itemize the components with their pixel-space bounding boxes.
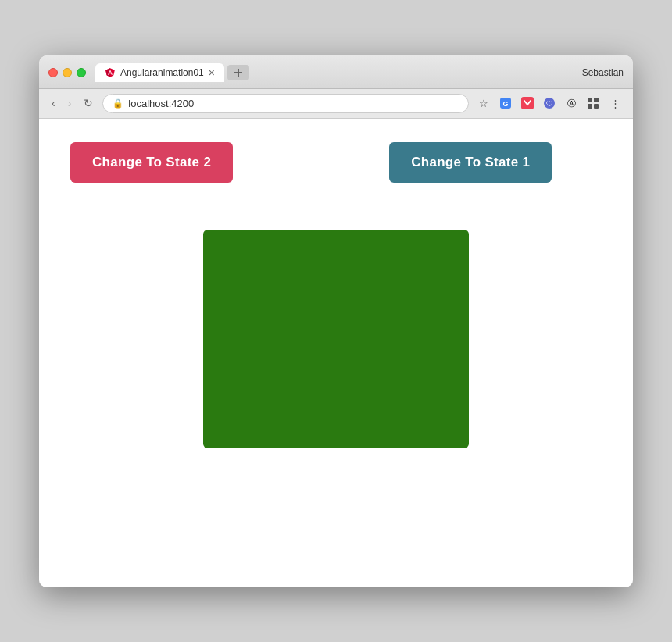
- change-to-state-1-button[interactable]: Change To State 1: [389, 142, 552, 183]
- change-to-state-2-button[interactable]: Change To State 2: [70, 142, 233, 183]
- new-tab-button[interactable]: [227, 65, 249, 80]
- buttons-row: Change To State 2 Change To State 1: [70, 142, 602, 183]
- tab-close-button[interactable]: ×: [209, 67, 215, 78]
- svg-rect-5: [234, 72, 242, 73]
- animated-box: [203, 230, 469, 448]
- svg-text:G: G: [502, 100, 508, 108]
- maximize-button[interactable]: [77, 68, 86, 77]
- browser-window: Angularanimation01 × Sebastian ‹ › ↻ 🔒 l…: [39, 55, 633, 587]
- toolbar-icons: ☆ G 🛡 Ⓐ: [475, 95, 624, 112]
- svg-rect-14: [588, 104, 592, 109]
- traffic-lights: [48, 68, 86, 77]
- close-button[interactable]: [48, 68, 58, 77]
- tab-title: Angularanimation01: [120, 67, 204, 78]
- lock-icon: 🔒: [113, 98, 123, 109]
- back-button[interactable]: ‹: [48, 95, 59, 111]
- minimize-button[interactable]: [63, 68, 72, 77]
- page-content: Change To State 2 Change To State 1: [39, 119, 633, 587]
- url-bar[interactable]: 🔒 localhost:4200: [102, 94, 469, 113]
- svg-rect-15: [594, 104, 599, 109]
- address-bar: ‹ › ↻ 🔒 localhost:4200 ☆ G: [39, 89, 633, 119]
- user-name: Sebastian: [582, 67, 624, 78]
- svg-text:🛡: 🛡: [546, 100, 553, 108]
- refresh-button[interactable]: ↻: [80, 95, 96, 111]
- forward-button[interactable]: ›: [65, 95, 75, 111]
- tab-bar: Angularanimation01 ×: [95, 63, 576, 82]
- pocket-icon[interactable]: [519, 95, 536, 112]
- svg-text:Ⓐ: Ⓐ: [567, 98, 576, 108]
- bookmark-icon[interactable]: ☆: [475, 95, 492, 112]
- active-tab[interactable]: Angularanimation01 ×: [95, 63, 224, 82]
- extensions-icon[interactable]: Ⓐ: [563, 95, 580, 112]
- svg-rect-12: [588, 98, 592, 102]
- svg-rect-13: [594, 98, 599, 102]
- svg-rect-8: [521, 97, 534, 109]
- angular-icon: [105, 67, 116, 78]
- more-menu-button[interactable]: ⋮: [606, 95, 624, 112]
- title-bar: Angularanimation01 × Sebastian: [39, 55, 633, 89]
- grid-icon[interactable]: [584, 95, 602, 112]
- profile-icon[interactable]: G: [497, 95, 514, 112]
- new-tab-icon: [234, 69, 242, 77]
- url-text: localhost:4200: [128, 98, 194, 109]
- vpn-icon[interactable]: 🛡: [541, 95, 558, 112]
